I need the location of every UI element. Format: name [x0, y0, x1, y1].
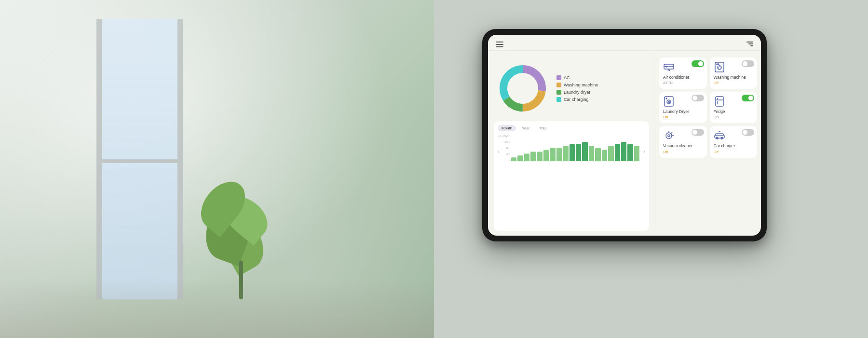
device-icon-carcharger	[714, 130, 725, 141]
device-card-dryer: Laundry Dryer Off	[659, 92, 707, 123]
device-toggle-carcharger[interactable]	[742, 129, 754, 136]
device-name-fridge: Fridge	[714, 109, 754, 114]
legend-dot-car	[556, 97, 561, 102]
toggle-carcharger[interactable]	[742, 129, 754, 136]
device-status-dryer: Off	[663, 115, 703, 119]
bar-11	[582, 142, 587, 161]
devices-grid: Air conditioner 22 °C Washing machine Of…	[659, 57, 757, 158]
svg-point-8	[718, 66, 721, 70]
legend-dryer: Laundry dryer	[556, 90, 598, 95]
bar-10	[576, 144, 581, 161]
device-icon-fridge	[714, 96, 725, 107]
bar-4	[537, 152, 542, 161]
y-axis: 14.0 kWh 12.0 8.0 4.0 0	[498, 134, 510, 161]
toggle-vacuum[interactable]	[692, 129, 704, 136]
bar-0	[511, 157, 516, 161]
main-content: AC Washing machine Laundry dryer	[488, 51, 761, 236]
bar-5	[543, 150, 549, 161]
device-icon-vacuum	[663, 130, 675, 141]
svg-point-16	[666, 98, 667, 99]
device-toggle-ac[interactable]	[692, 60, 704, 67]
device-card-ac: Air conditioner 22 °C	[659, 57, 707, 89]
device-toggle-washer[interactable]	[742, 60, 754, 67]
bar-9	[570, 144, 575, 161]
svg-rect-17	[716, 97, 723, 106]
svg-point-22	[668, 135, 670, 137]
legend-dot-ac	[556, 75, 561, 80]
legend-car: Car charging	[556, 97, 598, 102]
device-status-vacuum: Off	[663, 150, 703, 154]
device-card-washer: Washing machine Off	[710, 57, 758, 89]
bar-18	[627, 144, 633, 161]
svg-point-21	[666, 133, 672, 139]
legend-label-dryer: Laundry dryer	[564, 90, 591, 95]
device-name-dryer: Laundry Dryer	[663, 109, 703, 114]
tablet-screen: AC Washing machine Laundry dryer	[488, 35, 761, 236]
device-status-carcharger: Off	[714, 150, 754, 154]
device-card-carcharger: Car charger Off	[710, 126, 758, 157]
bar-19	[634, 146, 639, 161]
svg-point-6	[666, 66, 667, 67]
legend-ac: AC	[556, 75, 598, 80]
bar-6	[550, 148, 555, 161]
bar-chart: 14.0 kWh 12.0 8.0 4.0 0 ‹ ›	[498, 134, 645, 168]
toggle-washer[interactable]	[742, 60, 754, 67]
device-status-fridge: On	[714, 115, 754, 119]
legend-label-ac: AC	[564, 75, 570, 80]
donut-chart	[494, 59, 552, 117]
tab-month[interactable]: Month	[498, 125, 516, 131]
tablet-device: AC Washing machine Laundry dryer	[482, 29, 767, 241]
legend-washer: Washing machine	[556, 83, 598, 87]
svg-point-9	[719, 67, 720, 69]
device-card-fridge: Fridge On	[710, 92, 758, 123]
bars-area	[511, 134, 639, 161]
room-background	[0, 0, 434, 338]
device-icon-washer	[714, 61, 725, 73]
bar-chart-section: Month Year Total 14.0 kWh 12.0 8.0 4.0 0	[494, 121, 649, 231]
device-icon-ac	[663, 61, 675, 73]
device-toggle-fridge[interactable]	[742, 95, 754, 101]
devices-panel: Air conditioner 22 °C Washing machine Of…	[655, 51, 761, 236]
bar-2	[524, 154, 529, 161]
device-toggle-vacuum[interactable]	[692, 129, 704, 136]
window	[96, 19, 183, 299]
device-card-vacuum: Vacuum cleaner Off	[659, 126, 707, 157]
donut-legend: AC Washing machine Laundry dryer	[556, 75, 598, 102]
bar-17	[621, 142, 626, 161]
bar-15	[608, 146, 613, 161]
bar-16	[615, 144, 620, 161]
donut-chart-area: AC Washing machine Laundry dryer	[494, 59, 649, 117]
chart-prev-button[interactable]: ‹	[498, 149, 499, 154]
bar-12	[589, 146, 594, 161]
wall-background: AC Washing machine Laundry dryer	[434, 0, 868, 338]
legend-dot-washer	[556, 83, 561, 87]
tab-year[interactable]: Year	[518, 125, 533, 131]
legend-label-car: Car charging	[564, 97, 589, 102]
bar-13	[595, 148, 600, 161]
device-name-vacuum: Vacuum cleaner	[663, 143, 703, 148]
toggle-fridge[interactable]	[742, 95, 754, 101]
toggle-dryer[interactable]	[692, 95, 704, 101]
chart-next-button[interactable]: ›	[644, 149, 645, 154]
chart-tabs: Month Year Total	[498, 125, 645, 131]
sofa-hint	[0, 280, 434, 338]
svg-point-10	[717, 64, 718, 65]
tab-total[interactable]: Total	[535, 125, 551, 131]
bar-1	[517, 155, 523, 161]
device-icon-dryer	[663, 96, 675, 107]
device-name-ac: Air conditioner	[663, 75, 703, 80]
legend-label-washer: Washing machine	[564, 83, 598, 87]
device-name-washer: Washing machine	[714, 75, 754, 80]
device-status-ac: 22 °C	[663, 81, 703, 85]
filter-icon[interactable]	[746, 40, 753, 46]
device-name-carcharger: Car charger	[714, 143, 754, 148]
bar-7	[556, 148, 562, 161]
left-panel: AC Washing machine Laundry dryer	[488, 51, 655, 236]
legend-dot-dryer	[556, 90, 561, 95]
bar-3	[530, 152, 536, 161]
toggle-ac[interactable]	[692, 60, 704, 67]
plant-decoration	[203, 145, 280, 299]
menu-icon[interactable]	[496, 40, 503, 47]
bar-14	[602, 150, 607, 161]
device-toggle-dryer[interactable]	[692, 95, 704, 101]
